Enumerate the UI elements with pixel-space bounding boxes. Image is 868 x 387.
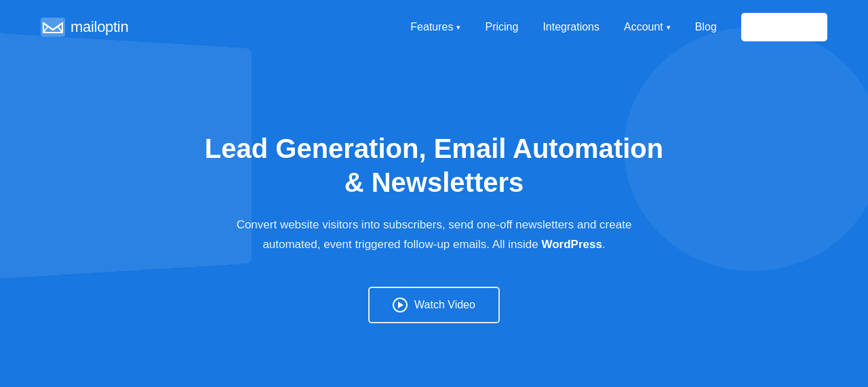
nav-link-features[interactable]: Features ▾ [410, 21, 460, 33]
navbar: mailoptin Features ▾ Pricing Integration… [0, 0, 868, 54]
chevron-down-icon: ▾ [456, 23, 460, 32]
nav-item-integrations[interactable]: Integrations [542, 21, 599, 33]
chevron-down-icon-account: ▾ [667, 23, 671, 32]
logo-link[interactable]: mailoptin [41, 18, 128, 37]
hero-title: Lead Generation, Email Automation & News… [203, 131, 665, 199]
nav-link-blog[interactable]: Blog [695, 21, 717, 33]
svg-rect-0 [41, 18, 65, 37]
nav-item-download[interactable]: Download [741, 13, 827, 41]
hero-subtitle-end: . [602, 238, 606, 251]
hero-content: Lead Generation, Email Automation & News… [68, 68, 800, 387]
download-button[interactable]: Download [741, 13, 827, 41]
hero-subtitle-bold: WordPress [541, 238, 601, 251]
nav-item-features[interactable]: Features ▾ [410, 21, 460, 33]
nav-links: Features ▾ Pricing Integrations Account … [410, 13, 827, 41]
nav-item-account[interactable]: Account ▾ [624, 21, 671, 33]
nav-item-blog[interactable]: Blog [695, 21, 717, 33]
nav-link-integrations[interactable]: Integrations [542, 21, 599, 33]
play-triangle-icon [398, 302, 403, 308]
play-circle-icon [393, 298, 408, 312]
hero-subtitle: Convert website visitors into subscriber… [210, 216, 658, 253]
nav-link-pricing[interactable]: Pricing [485, 21, 518, 33]
watch-video-button[interactable]: Watch Video [368, 287, 500, 323]
logo-icon [41, 18, 65, 37]
nav-link-account[interactable]: Account ▾ [624, 21, 671, 33]
nav-item-pricing[interactable]: Pricing [485, 21, 518, 33]
logo-text: mailoptin [71, 18, 128, 36]
watch-video-label: Watch Video [414, 299, 475, 311]
hero-section: mailoptin Features ▾ Pricing Integration… [0, 0, 868, 387]
